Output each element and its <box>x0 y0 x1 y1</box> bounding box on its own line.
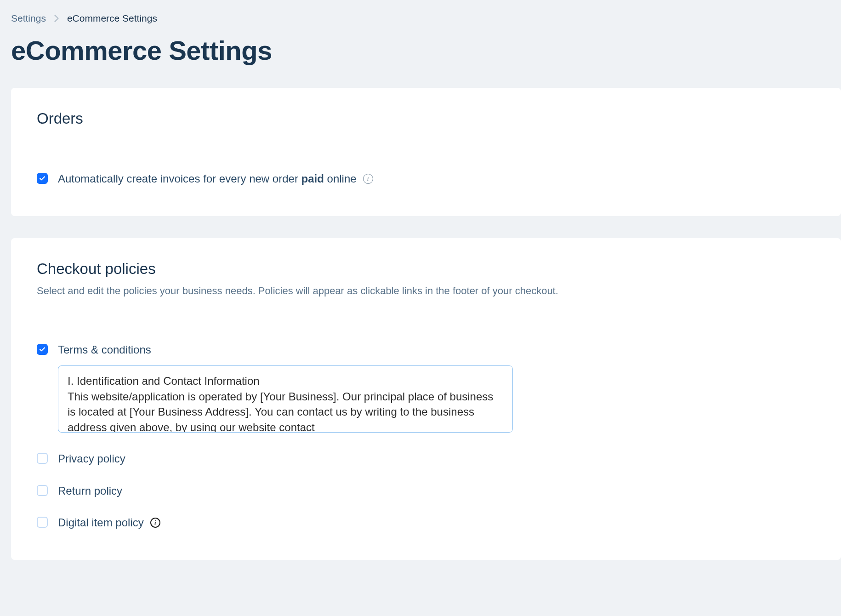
policy-row-terms: Terms & conditions <box>37 342 815 358</box>
breadcrumb-settings-link[interactable]: Settings <box>11 13 46 24</box>
checkout-policies-header: Checkout policies Select and edit the po… <box>11 238 841 317</box>
policy-label-digital: Digital item policy i <box>58 515 160 530</box>
policy-label-terms: Terms & conditions <box>58 342 151 358</box>
policy-label-return: Return policy <box>58 483 122 499</box>
policy-checkbox-return[interactable] <box>37 485 48 496</box>
checkout-policies-title: Checkout policies <box>37 260 815 278</box>
policy-row-return: Return policy <box>37 483 815 499</box>
auto-invoice-label-prefix: Automatically create invoices for every … <box>58 172 301 185</box>
info-icon[interactable]: i <box>363 174 373 184</box>
auto-invoice-label: Automatically create invoices for every … <box>58 171 373 187</box>
policy-label-privacy: Privacy policy <box>58 451 125 467</box>
breadcrumb: Settings eCommerce Settings <box>11 13 841 24</box>
policy-checkbox-digital[interactable] <box>37 517 48 528</box>
checkout-policies-card: Checkout policies Select and edit the po… <box>11 238 841 560</box>
breadcrumb-current: eCommerce Settings <box>67 13 157 24</box>
policy-checkbox-privacy[interactable] <box>37 453 48 464</box>
orders-card-body: Automatically create invoices for every … <box>11 146 841 216</box>
chevron-right-icon <box>54 15 59 22</box>
orders-card: Orders Automatically create invoices for… <box>11 88 841 216</box>
policy-row-privacy: Privacy policy <box>37 451 815 467</box>
page-title: eCommerce Settings <box>11 35 841 66</box>
policy-textarea-terms[interactable] <box>58 365 513 433</box>
auto-invoice-label-bold: paid <box>301 172 324 185</box>
auto-invoice-checkbox[interactable] <box>37 173 48 184</box>
checkout-policies-subtitle: Select and edit the policies your busine… <box>37 283 815 298</box>
checkout-policies-body: Terms & conditions Privacy policy Return… <box>11 317 841 560</box>
orders-card-title: Orders <box>37 110 815 127</box>
policy-label-digital-text: Digital item policy <box>58 515 144 530</box>
orders-card-header: Orders <box>11 88 841 146</box>
info-icon[interactable]: i <box>150 518 160 528</box>
policy-checkbox-terms[interactable] <box>37 344 48 355</box>
auto-invoice-row: Automatically create invoices for every … <box>37 171 815 187</box>
auto-invoice-label-suffix: online <box>324 172 357 185</box>
policy-row-digital: Digital item policy i <box>37 515 815 530</box>
policy-textarea-wrap-terms <box>58 365 815 434</box>
